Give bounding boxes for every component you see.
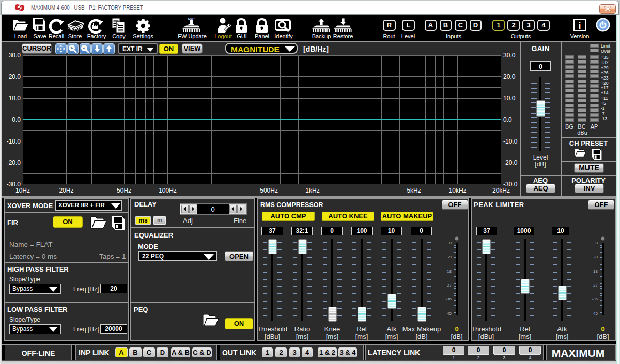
svg-text:DSP: DSP xyxy=(188,17,194,20)
